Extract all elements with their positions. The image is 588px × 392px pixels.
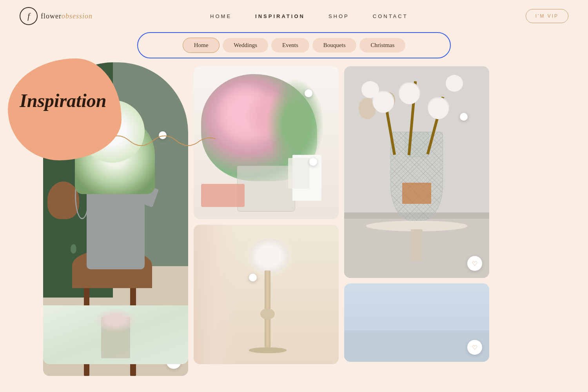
gallery-item-3: ♡ (344, 66, 489, 278)
filter-chip-bouquets[interactable]: Bouquets (312, 38, 357, 53)
main-content: Inspiration (0, 66, 588, 364)
gallery-item-6 (43, 305, 188, 364)
gallery-dot-5[interactable] (460, 113, 468, 121)
gallery-dot-2[interactable] (305, 89, 312, 97)
gallery-dot-3[interactable] (309, 158, 317, 166)
filter-chip-home[interactable]: Home (183, 38, 220, 53)
nav-item-contact[interactable]: CONTACT (373, 13, 408, 19)
filter-chip-christmas[interactable]: Christmas (359, 38, 405, 53)
header: f flowerobsession HOME INSPIRATION SHOP … (0, 0, 588, 32)
gallery-column-2 (194, 66, 339, 364)
filter-area: Home Weddings Events Bouquets Christmas (0, 32, 588, 58)
logo-text-regular: flower (41, 12, 62, 20)
nav-item-shop[interactable]: SHOP (328, 13, 349, 19)
filter-bar: Home Weddings Events Bouquets Christmas (137, 32, 451, 58)
logo-icon: f (20, 7, 38, 25)
filter-chip-events[interactable]: Events (271, 38, 309, 53)
logo[interactable]: f flowerobsession (20, 7, 93, 25)
gallery-item-4 (194, 225, 339, 364)
vip-button[interactable]: I'M VIP (526, 9, 568, 23)
gallery-dot-4[interactable] (249, 274, 257, 281)
nav-item-inspiration[interactable]: INSPIRATION (255, 13, 305, 19)
decorative-wave (106, 129, 216, 152)
logo-wordmark: flowerobsession (41, 12, 93, 20)
nav-item-home[interactable]: HOME (210, 13, 232, 19)
favorite-button-5[interactable]: ♡ (467, 340, 482, 355)
main-nav: HOME INSPIRATION SHOP CONTACT (210, 13, 408, 19)
logo-text-italic: obsession (62, 12, 93, 20)
filter-chip-weddings[interactable]: Weddings (223, 38, 268, 53)
favorite-button-3[interactable]: ♡ (467, 256, 482, 271)
gallery-column-3: ♡ ♡ (344, 66, 489, 364)
gallery-item-5: ♡ (344, 283, 489, 362)
